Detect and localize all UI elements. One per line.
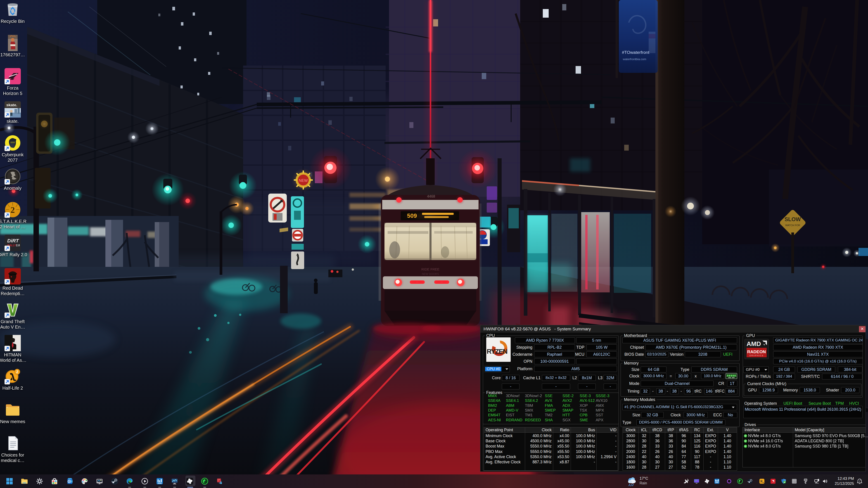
svg-text:RYZEN: RYZEN <box>487 347 507 355</box>
svg-text:GRAPHICS: GRAPHICS <box>749 354 764 357</box>
svg-text:SLOW: SLOW <box>784 216 801 222</box>
svg-text:2: 2 <box>11 205 15 215</box>
svg-text:R: R <box>761 480 763 483</box>
svg-text:z: z <box>860 479 861 481</box>
svg-text:WATCH FOR: WATCH FOR <box>785 224 800 226</box>
svg-text:NEW: NEW <box>299 178 308 183</box>
svg-text:DiRT: DiRT <box>7 238 19 244</box>
svg-text:4468: 4468 <box>427 194 435 198</box>
svg-text:waterfrontbia.com: waterfrontbia.com <box>623 57 646 61</box>
svg-text:60: 60 <box>695 480 697 482</box>
svg-text:2.0: 2.0 <box>16 244 20 247</box>
svg-text:skate.: skate. <box>6 103 17 107</box>
svg-text:RADEON: RADEON <box>747 349 766 354</box>
svg-text:2: 2 <box>16 370 18 374</box>
svg-text:AMD: AMD <box>747 340 761 347</box>
svg-text:NEW DOORS: NEW DOORS <box>422 273 439 276</box>
svg-text:z: z <box>859 480 860 482</box>
svg-text:RIDE FREE: RIDE FREE <box>421 267 439 271</box>
svg-text:#TOwaterfront: #TOwaterfront <box>622 50 650 55</box>
